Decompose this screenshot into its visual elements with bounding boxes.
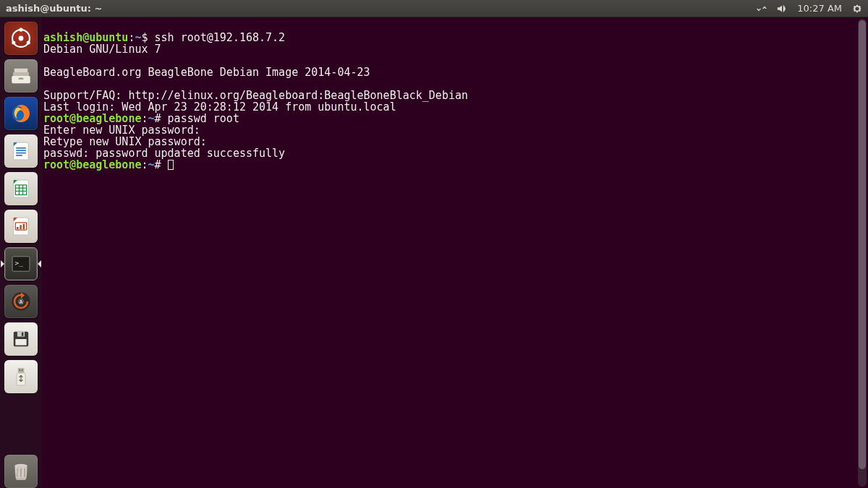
prompt-user: root@beaglebone xyxy=(43,158,141,171)
window-title: ashish@ubuntu: ~ xyxy=(6,3,102,14)
launcher-dash[interactable] xyxy=(4,22,38,55)
svg-rect-34 xyxy=(15,339,26,346)
svg-rect-23 xyxy=(17,227,19,229)
clock[interactable]: 10:27 AM xyxy=(797,3,842,14)
launcher: >_ A xyxy=(0,17,42,488)
svg-rect-5 xyxy=(14,69,28,72)
scrollbar-thumb[interactable] xyxy=(859,20,866,469)
network-icon[interactable] xyxy=(757,4,767,14)
svg-rect-8 xyxy=(19,78,24,80)
svg-rect-25 xyxy=(23,224,25,230)
launcher-usb[interactable] xyxy=(4,360,38,393)
top-panel: ashish@ubuntu: ~ 10:27 AM xyxy=(0,0,868,17)
svg-text:>_: >_ xyxy=(15,259,24,267)
svg-point-4 xyxy=(12,40,15,44)
output-line: Debian GNU/Linux 7 xyxy=(43,43,161,56)
output-line: BeagleBoard.org BeagleBone Debian Image … xyxy=(43,66,370,79)
launcher-firefox[interactable] xyxy=(4,97,38,130)
scrollbar[interactable] xyxy=(858,19,867,487)
launcher-trash[interactable] xyxy=(4,455,38,488)
launcher-impress[interactable] xyxy=(4,210,38,243)
svg-rect-12 xyxy=(16,150,26,151)
svg-point-2 xyxy=(19,28,22,32)
cursor xyxy=(168,160,174,170)
svg-rect-37 xyxy=(22,369,23,372)
launcher-terminal[interactable]: >_ xyxy=(4,247,38,281)
launcher-writer[interactable] xyxy=(4,134,38,168)
launcher-updater[interactable]: A xyxy=(4,285,38,318)
volume-icon[interactable] xyxy=(777,4,787,14)
svg-rect-13 xyxy=(16,153,26,154)
svg-text:A: A xyxy=(20,299,23,305)
svg-rect-35 xyxy=(18,368,25,373)
svg-rect-36 xyxy=(19,369,20,372)
svg-rect-32 xyxy=(17,332,25,337)
launcher-floppy[interactable] xyxy=(4,322,38,356)
svg-rect-6 xyxy=(13,72,29,76)
launcher-files[interactable] xyxy=(4,59,38,93)
command-text: ssh root@192.168.7.2 xyxy=(155,31,286,44)
terminal-window[interactable]: ashish@ubuntu:~$ ssh root@192.168.7.2 De… xyxy=(42,17,868,488)
gear-icon[interactable] xyxy=(852,4,862,14)
launcher-calc[interactable] xyxy=(4,172,38,205)
svg-rect-14 xyxy=(16,155,22,156)
svg-rect-11 xyxy=(16,147,26,149)
svg-rect-24 xyxy=(20,225,22,229)
prompt-path: ~ xyxy=(148,158,155,171)
svg-rect-33 xyxy=(22,333,24,336)
svg-point-1 xyxy=(19,36,24,41)
svg-point-3 xyxy=(27,40,30,44)
